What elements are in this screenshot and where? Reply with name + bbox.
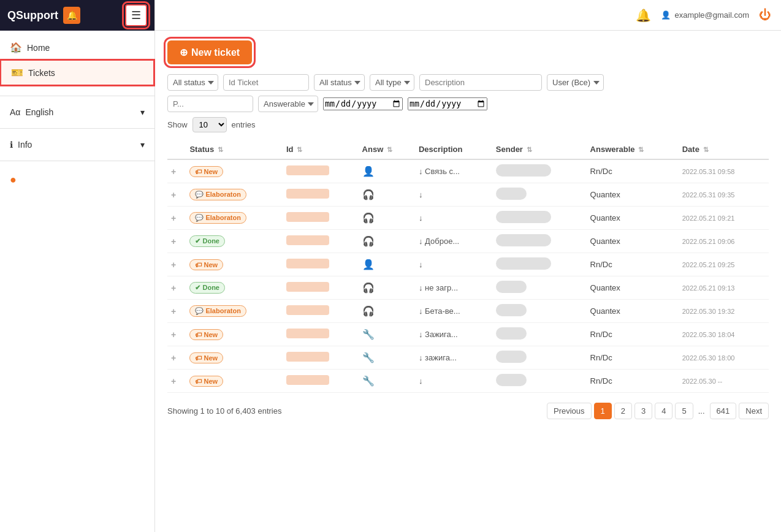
table-row[interactable]: + 🏷 New 👤 ↓ Связь с... Rn/Dc 2022.05.31 …	[167, 159, 769, 183]
pagination-ellipsis: ...	[696, 406, 707, 416]
answ-cell: 🎧	[359, 183, 415, 207]
expand-button[interactable]: +	[171, 306, 176, 316]
expand-button[interactable]: +	[171, 237, 176, 246]
answerable-cell: Rn/Dc	[587, 346, 679, 370]
table-row[interactable]: + 🏷 New 🔧 ↓ Rn/Dc 2022.05.30 --	[167, 370, 769, 393]
description-cell: ↓ Зажига...	[415, 323, 492, 346]
table-row[interactable]: + ✔ Done 🎧 ↓ не загр... Quantex 2022.05.…	[167, 276, 769, 300]
user-filter[interactable]: User (Все)	[547, 74, 604, 91]
table-row[interactable]: + 💬 Elaboraton 🎧 ↓ Quantex 2022.05.21 09…	[167, 207, 769, 230]
priority-filter[interactable]	[167, 96, 253, 112]
tool-icon: 🔧	[362, 376, 375, 386]
date-cell: 2022.05.30 --	[679, 370, 769, 393]
col-date[interactable]: Date ⇅	[679, 140, 769, 159]
col-answerable[interactable]: Answerable ⇅	[587, 140, 679, 159]
description-cell: ↓ зажига...	[415, 346, 492, 370]
user-icon: 👤	[362, 259, 375, 270]
description-filter[interactable]	[419, 74, 542, 91]
expand-button[interactable]: +	[171, 190, 176, 200]
entries-select[interactable]: 10 25 50 100	[192, 117, 227, 132]
ticket-id	[286, 375, 329, 385]
col-id[interactable]: Id ⇅	[283, 140, 359, 159]
page-last-button[interactable]: 641	[710, 403, 737, 419]
table-row[interactable]: + 🏷 New 🔧 ↓ зажига... Rn/Dc 2022.05.30 1…	[167, 346, 769, 370]
col-answ[interactable]: Answ ⇅	[359, 140, 415, 159]
expand-cell[interactable]: +	[167, 370, 186, 393]
status-badge: 💬 Elaboraton	[189, 212, 246, 224]
sidebar-divider-2	[0, 128, 154, 129]
expand-cell[interactable]: +	[167, 276, 186, 300]
expand-button[interactable]: +	[171, 330, 176, 340]
expand-cell[interactable]: +	[167, 323, 186, 346]
page-2-button[interactable]: 2	[614, 403, 632, 419]
col-status[interactable]: Status ⇅	[186, 140, 283, 159]
prev-button[interactable]: Previous	[547, 403, 592, 419]
expand-cell[interactable]: +	[167, 346, 186, 370]
date-value: 2022.05.31 09:58	[682, 168, 735, 175]
date-value: 2022.05.31 09:35	[682, 191, 735, 199]
description-cell: ↓ Доброе...	[415, 230, 492, 253]
sender-value	[496, 188, 527, 200]
page-4-button[interactable]: 4	[655, 403, 672, 419]
sender-value	[496, 351, 527, 363]
table-row[interactable]: + ✔ Done 🎧 ↓ Доброе... Quantex 2022.05.2…	[167, 230, 769, 253]
sidebar-info-section[interactable]: ℹ Info ▾	[0, 134, 154, 156]
answerable-cell: Quantex	[587, 300, 679, 323]
sender-cell	[492, 370, 587, 393]
date-to-filter[interactable]	[408, 97, 487, 110]
sidebar-language-selector[interactable]: Aα English ▾	[0, 101, 154, 123]
status-badge: 🏷 New	[189, 166, 223, 177]
answ-cell: 🔧	[359, 323, 415, 346]
app-logo: QSupport	[7, 9, 58, 22]
expand-cell[interactable]: +	[167, 183, 186, 207]
page-1-button[interactable]: 1	[594, 403, 612, 419]
table-row[interactable]: + 🏷 New 👤 ↓ Rn/Dc 2022.05.21 09:25	[167, 253, 769, 276]
next-button[interactable]: Next	[739, 403, 769, 419]
description-cell: ↓	[415, 370, 492, 393]
expand-button[interactable]: +	[171, 283, 176, 293]
logout-icon[interactable]: ⏻	[759, 8, 771, 22]
expand-button[interactable]: +	[171, 353, 176, 363]
sidebar-item-tickets-label: Tickets	[28, 68, 55, 78]
sender-cell	[492, 323, 587, 346]
id-ticket-filter[interactable]	[223, 74, 309, 91]
table-row[interactable]: + 💬 Elaboraton 🎧 ↓ Quantex 2022.05.31 09…	[167, 183, 769, 207]
date-from-filter[interactable]	[323, 97, 403, 110]
expand-button[interactable]: +	[171, 167, 176, 177]
page-3-button[interactable]: 3	[634, 403, 652, 419]
table-row[interactable]: + 🏷 New 🔧 ↓ Зажига... Rn/Dc 2022.05.30 1…	[167, 323, 769, 346]
expand-button[interactable]: +	[171, 213, 176, 223]
page-5-button[interactable]: 5	[675, 403, 693, 419]
expand-cell[interactable]: +	[167, 253, 186, 276]
date-cell: 2022.05.30 18:00	[679, 346, 769, 370]
answerable-filter[interactable]: Answerable	[258, 96, 318, 112]
status-filter-2[interactable]: All status	[314, 74, 365, 91]
sidebar-menu-button[interactable]: ☰	[125, 4, 147, 26]
type-filter[interactable]: All type	[370, 74, 414, 91]
expand-cell[interactable]: +	[167, 230, 186, 253]
id-cell	[283, 230, 359, 253]
new-ticket-button[interactable]: ⊕ New ticket	[167, 40, 252, 64]
sidebar-item-tickets[interactable]: 🎫 Tickets	[0, 59, 154, 86]
description-cell: ↓	[415, 183, 492, 207]
headphone-icon: 🎧	[362, 306, 375, 316]
expand-cell[interactable]: +	[167, 300, 186, 323]
info-chevron-icon: ▾	[140, 140, 145, 150]
description-cell: ↓ Связь с...	[415, 159, 492, 183]
sender-value	[496, 327, 527, 340]
col-sender[interactable]: Sender ⇅	[492, 140, 587, 159]
date-value: 2022.05.21 09:21	[682, 215, 735, 222]
id-cell	[283, 276, 359, 300]
ticket-id	[286, 282, 329, 292]
status-filter-1[interactable]: All status	[167, 74, 218, 91]
expand-cell[interactable]: +	[167, 207, 186, 230]
expand-cell[interactable]: +	[167, 159, 186, 183]
expand-button[interactable]: +	[171, 260, 176, 270]
show-label: Show	[167, 120, 188, 129]
expand-button[interactable]: +	[171, 376, 176, 386]
id-cell	[283, 323, 359, 346]
notifications-icon[interactable]: 🔔	[636, 8, 651, 23]
sidebar-item-home[interactable]: 🏠 Home	[0, 36, 154, 59]
date-cell: 2022.05.21 09:06	[679, 230, 769, 253]
table-row[interactable]: + 💬 Elaboraton 🎧 ↓ Бета-ве... Quantex 20…	[167, 300, 769, 323]
